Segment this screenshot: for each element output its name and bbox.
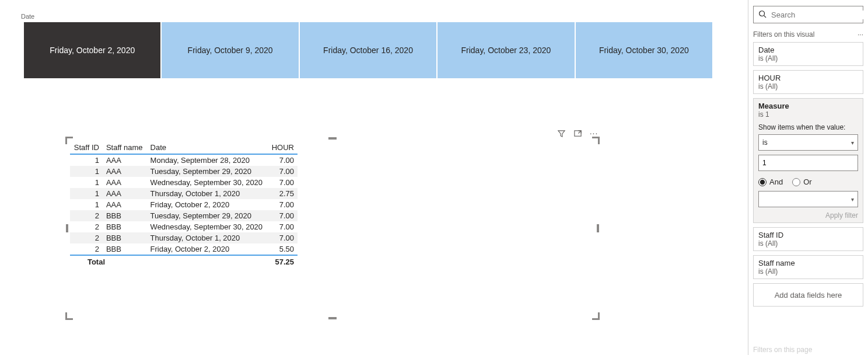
cell-staff-id: 2	[70, 210, 103, 221]
cell-staff-name: BBB	[103, 243, 147, 255]
filter-card-staff-id[interactable]: Staff ID is (All)	[753, 227, 863, 251]
filters-section-menu-icon[interactable]: ···	[858, 30, 863, 39]
table-row[interactable]: 2BBBWednesday, September 30, 20207.00	[70, 221, 298, 232]
cell-staff-name: BBB	[103, 221, 147, 232]
cell-date: Monday, September 28, 2020	[147, 154, 268, 166]
col-staff-name[interactable]: Staff name	[103, 141, 147, 154]
resize-handle-t[interactable]	[328, 137, 337, 140]
col-hour[interactable]: HOUR	[268, 141, 298, 154]
table-row[interactable]: 1AAAWednesday, September 30, 20207.00	[70, 177, 298, 188]
chevron-down-icon: ▾	[851, 140, 854, 146]
filters-section-page-label: Filters on this page	[753, 346, 812, 354]
filter-card-value: is (All)	[758, 267, 858, 276]
filter-card-name: HOUR	[758, 74, 858, 82]
filter-logic-radios: And Or	[758, 178, 858, 186]
filter-operator-select[interactable]: is ▾	[758, 134, 858, 151]
cell-staff-id: 2	[70, 221, 103, 232]
cell-date: Friday, October 2, 2020	[147, 243, 268, 255]
filter-card-date[interactable]: Date is (All)	[753, 42, 863, 66]
cell-date: Thursday, October 1, 2020	[147, 188, 268, 199]
cell-staff-name: BBB	[103, 232, 147, 243]
table-row[interactable]: 2BBBFriday, October 2, 20205.50	[70, 243, 298, 255]
radio-or[interactable]	[792, 178, 800, 186]
cell-hour: 7.00	[268, 154, 298, 166]
resize-handle-b[interactable]	[328, 317, 337, 319]
filter-condition-prompt: Show items when the value:	[758, 123, 858, 131]
cell-staff-id: 1	[70, 177, 103, 188]
date-slicer: Friday, October 2, 2020Friday, October 9…	[24, 22, 712, 78]
cell-staff-name: AAA	[103, 177, 147, 188]
cell-staff-id: 2	[70, 243, 103, 255]
filter-operator2-value	[762, 195, 764, 203]
cell-staff-name: AAA	[103, 154, 147, 166]
filter-card-staff-name[interactable]: Staff name is (All)	[753, 255, 863, 279]
radio-and[interactable]	[758, 178, 766, 186]
filters-search[interactable]	[753, 6, 863, 23]
cell-hour: 7.00	[268, 221, 298, 232]
apply-filter-link[interactable]: Apply filter	[758, 211, 858, 220]
filter-operator2-select[interactable]: ▾	[758, 191, 858, 207]
table-row[interactable]: 1AAAFriday, October 2, 20207.00	[70, 199, 298, 210]
cell-staff-id: 1	[70, 188, 103, 199]
cell-staff-name: AAA	[103, 166, 147, 177]
filter-logic-or[interactable]: Or	[792, 178, 811, 186]
cell-staff-id: 2	[70, 232, 103, 243]
filter-card-name: Staff ID	[758, 231, 858, 239]
slicer-item[interactable]: Friday, October 30, 2020	[576, 22, 712, 78]
filter-card-value: is (All)	[758, 82, 858, 91]
search-icon	[758, 10, 766, 20]
slicer-title: Date	[21, 13, 34, 20]
slicer-item[interactable]: Friday, October 16, 2020	[300, 22, 436, 78]
cell-date: Tuesday, September 29, 2020	[147, 166, 268, 177]
total-value: 57.25	[268, 255, 298, 268]
table-row[interactable]: 1AAAThursday, October 1, 20202.75	[70, 188, 298, 199]
cell-staff-name: BBB	[103, 210, 147, 221]
cell-staff-name: AAA	[103, 199, 147, 210]
table-row[interactable]: 2BBBTuesday, September 29, 20207.00	[70, 210, 298, 221]
radio-and-label: And	[769, 178, 783, 186]
filter-icon[interactable]	[556, 128, 566, 138]
resize-handle-r[interactable]	[597, 224, 599, 232]
filter-card-measure[interactable]: Measure is 1 Show items when the value: …	[753, 98, 863, 223]
radio-or-label: Or	[803, 178, 811, 186]
cell-hour: 2.75	[268, 188, 298, 199]
cell-date: Thursday, October 1, 2020	[147, 232, 268, 243]
cell-hour: 7.00	[268, 232, 298, 243]
filter-card-name: Date	[758, 46, 858, 54]
chevron-down-icon: ▾	[851, 196, 854, 203]
cell-staff-id: 1	[70, 199, 103, 210]
cell-staff-id: 1	[70, 166, 103, 177]
col-staff-id[interactable]: Staff ID	[70, 141, 103, 154]
filter-logic-and[interactable]: And	[758, 178, 783, 186]
slicer-item[interactable]: Friday, October 9, 2020	[162, 22, 298, 78]
filters-section-visual-label: Filters on this visual	[753, 30, 814, 39]
cell-staff-name: AAA	[103, 188, 147, 199]
focus-mode-icon[interactable]	[573, 128, 582, 138]
cell-date: Friday, October 2, 2020	[147, 199, 268, 210]
table-total-row: Total 57.25	[70, 255, 298, 268]
cell-date: Wednesday, September 30, 2020	[147, 221, 268, 232]
table-visual[interactable]: ··· Staff ID Staff name Date HOUR 1AAAMo…	[68, 139, 597, 318]
svg-point-1	[760, 11, 765, 16]
slicer-item[interactable]: Friday, October 2, 2020	[24, 22, 160, 78]
slicer-item[interactable]: Friday, October 23, 2020	[438, 22, 574, 78]
cell-hour: 7.00	[268, 166, 298, 177]
cell-hour: 7.00	[268, 199, 298, 210]
total-label: Total	[84, 255, 128, 268]
filter-card-hour[interactable]: HOUR is (All)	[753, 70, 863, 94]
table-row[interactable]: 1AAAMonday, September 28, 20207.00	[70, 154, 298, 166]
col-date[interactable]: Date	[147, 141, 268, 154]
filter-value-input[interactable]	[758, 155, 858, 171]
filter-card-name: Measure	[758, 102, 858, 110]
cell-hour: 5.50	[268, 243, 298, 255]
cell-date: Wednesday, September 30, 2020	[147, 177, 268, 188]
filter-card-value: is 1	[758, 110, 858, 119]
resize-handle-l[interactable]	[66, 224, 68, 232]
table-row[interactable]: 1AAATuesday, September 29, 20207.00	[70, 166, 298, 177]
filter-card-value: is (All)	[758, 239, 858, 248]
filters-dropzone[interactable]: Add data fields here	[753, 283, 863, 307]
filters-search-input[interactable]	[771, 11, 868, 19]
filter-card-value: is (All)	[758, 54, 858, 62]
cell-staff-id: 1	[70, 154, 103, 166]
table-row[interactable]: 2BBBThursday, October 1, 20207.00	[70, 232, 298, 243]
